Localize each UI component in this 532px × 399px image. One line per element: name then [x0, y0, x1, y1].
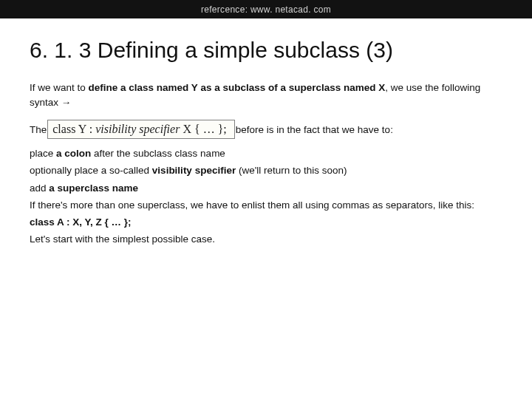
intro-text-a: If we want to	[30, 82, 89, 93]
syntax-after: before is in the fact that we have to:	[236, 124, 393, 135]
syntax-codebox: class Y : visibility specifier X { … };	[47, 120, 234, 139]
content-area: 6. 1. 3 Defining a simple subclass (3) I…	[0, 18, 532, 250]
reference-bar: refercence: www. netacad. com	[0, 0, 532, 18]
list-item: add a superclass name	[30, 181, 502, 196]
li2-b: visibility specifier	[152, 165, 236, 176]
li3-b: a superclass name	[49, 183, 138, 194]
slide: refercence: www. netacad. com 6. 1. 3 De…	[0, 0, 532, 399]
code-t2: X { … };	[180, 123, 226, 135]
list-item: place a colon after the subclass class n…	[30, 146, 502, 161]
code-visibility-specifier: visibility specifier	[95, 123, 180, 135]
code-t1: class Y :	[52, 123, 95, 135]
list-item: If there's more than one superclass, we …	[30, 198, 502, 213]
list-item: Let's start with the simplest possible c…	[30, 232, 502, 247]
list-item: optionally place a so-called visibility …	[30, 163, 502, 178]
li2-a: optionally place a so-called	[30, 165, 152, 176]
syntax-before: The	[30, 124, 47, 135]
li2-c: (we'll return to this soon)	[236, 165, 347, 176]
li5-code: class A : X, Y, Z { … };	[30, 216, 132, 228]
list-item: class A : X, Y, Z { … };	[30, 215, 502, 230]
li1-a: place	[30, 148, 56, 159]
intro-paragraph: If we want to define a class named Y as …	[30, 81, 502, 109]
li1-c: after the subclass class name	[91, 148, 225, 159]
page-title: 6. 1. 3 Defining a simple subclass (3)	[30, 38, 502, 63]
li3-a: add	[30, 183, 49, 194]
reference-text: refercence: www. netacad. com	[201, 4, 331, 15]
li1-b: a colon	[56, 148, 91, 159]
syntax-line: The class Y : visibility specifier X { ……	[30, 120, 502, 139]
steps-list: place a colon after the subclass class n…	[30, 146, 502, 248]
intro-text-bold: define a class named Y as a subclass of …	[89, 82, 386, 93]
